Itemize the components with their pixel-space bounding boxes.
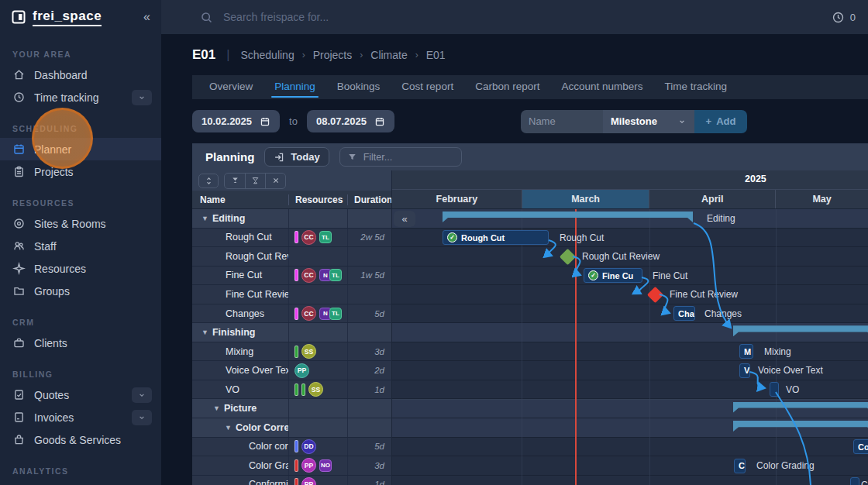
row-collapse-chevron-icon[interactable]: ▼ xyxy=(225,424,232,432)
table-row-conforming[interactable]: ConformingPP1d xyxy=(192,476,391,485)
tab-planning[interactable]: Planning xyxy=(264,75,326,98)
timer-clock-icon xyxy=(832,11,845,24)
collapse-all-button[interactable] xyxy=(225,174,245,188)
sidebar-item-quotes[interactable]: Quotes xyxy=(0,384,161,406)
gantt-filter-field[interactable] xyxy=(363,152,441,163)
row-collapse-chevron-icon[interactable]: ▼ xyxy=(202,215,208,222)
table-row-fine-cut[interactable]: Fine CutCCNTL1w 5d xyxy=(192,267,391,286)
timeline-collapse-button[interactable]: « xyxy=(394,211,415,227)
task-duration xyxy=(347,285,391,304)
task-bar-text: Col xyxy=(858,442,868,452)
sidebar-item-clients[interactable]: Clients xyxy=(0,332,161,354)
resource-color-bar xyxy=(294,459,298,472)
tab-account-numbers[interactable]: Account numbers xyxy=(550,75,653,98)
milestone-type-select[interactable]: Milestone xyxy=(603,110,694,133)
expand-chevron-button[interactable] xyxy=(132,410,152,425)
sidebar-section-scheduling: SCHEDULINGPlannerProjects xyxy=(0,119,161,183)
milestone-name-input[interactable] xyxy=(521,110,603,133)
table-row-color-grading[interactable]: Color GradingPPNO3d xyxy=(192,456,391,476)
sidebar-item-goods-services[interactable]: Goods & Services xyxy=(0,428,161,451)
table-row-picture[interactable]: ▼Picture xyxy=(192,399,391,418)
tab-carbon-report[interactable]: Carbon report xyxy=(464,75,550,98)
table-row-mixing[interactable]: MixingSS3d xyxy=(192,342,391,362)
breadcrumb-item-projects[interactable]: Projects xyxy=(313,49,353,61)
breadcrumb-separator: › xyxy=(360,50,363,60)
resource-badge-tl: TL xyxy=(319,231,332,243)
task-bar-rough-cut[interactable]: ✓Rough Cut xyxy=(443,230,549,245)
expand-collapse-rows-button[interactable] xyxy=(198,174,219,188)
tab-time-tracking[interactable]: Time tracking xyxy=(654,75,739,98)
gantt-task-label: Color Grading xyxy=(756,460,815,471)
task-bar-col[interactable]: Col xyxy=(853,439,868,454)
table-row-rough-cut[interactable]: Rough CutCCTL2w 5d xyxy=(192,229,391,248)
date-to-field[interactable]: 08.07.2025 xyxy=(307,110,394,132)
tab-bookings[interactable]: Bookings xyxy=(326,75,391,98)
sidebar-collapse-button[interactable]: « xyxy=(143,10,150,24)
timer-widget[interactable]: 0 xyxy=(832,11,856,24)
resource-color-bar xyxy=(294,231,298,243)
clear-selection-button[interactable] xyxy=(265,174,285,188)
tab-cost-report[interactable]: Cost report xyxy=(391,75,464,98)
add-milestone-button[interactable]: + Add xyxy=(694,110,747,133)
table-row-voice-over-text[interactable]: Voice Over TextPP2d xyxy=(192,361,391,380)
gantt-chart: Editing✓Rough CutRough CutRough Cut Revi… xyxy=(392,209,868,485)
task-bar-color-grading[interactable]: C xyxy=(734,459,746,473)
plus-icon: + xyxy=(706,115,712,127)
gantt-filter-input[interactable] xyxy=(339,147,462,167)
sidebar-nav: YOUR AREADashboardTime trackingSCHEDULIN… xyxy=(0,45,161,485)
timeline-month-february[interactable]: February xyxy=(392,190,522,208)
sidebar-item-utilisation[interactable]: Utilisation xyxy=(0,480,161,485)
timeline-month-april[interactable]: April xyxy=(649,190,775,208)
task-bar-conforming[interactable] xyxy=(850,477,859,485)
sidebar-item-sites-rooms[interactable]: Sites & Rooms xyxy=(0,212,161,235)
table-row-fine-cut-review[interactable]: Fine Cut Review xyxy=(192,285,391,304)
task-duration: 1w 5d xyxy=(347,267,391,285)
sidebar-item-label: Sites & Rooms xyxy=(34,218,106,230)
today-button-label: Today xyxy=(291,151,319,163)
date-from-field[interactable]: 10.02.2025 xyxy=(192,110,280,132)
resource-color-bar xyxy=(301,384,305,396)
task-name-label: Fine Cut Review xyxy=(226,289,288,300)
breadcrumb-item-climate[interactable]: Climate xyxy=(370,49,407,61)
breadcrumb-item-scheduling[interactable]: Scheduling xyxy=(240,49,294,61)
timeline-month-march[interactable]: March xyxy=(522,190,649,208)
table-row-rough-cut-review[interactable]: Rough Cut Review xyxy=(192,247,391,267)
sidebar-item-time-tracking[interactable]: Time tracking xyxy=(0,86,161,108)
table-row-vo[interactable]: VOSS1d xyxy=(192,380,391,400)
table-row-finishing[interactable]: ▼Finishing xyxy=(192,323,391,342)
task-duration: 5d xyxy=(347,438,391,456)
timer-value: 0 xyxy=(850,12,856,23)
resource-badge-tl: TL xyxy=(329,269,342,281)
sidebar-item-projects[interactable]: Projects xyxy=(0,160,161,183)
timeline-month-may[interactable]: May xyxy=(775,190,868,208)
gantt-row xyxy=(392,438,868,457)
task-bar-voice-over-text[interactable]: V xyxy=(739,363,750,378)
sidebar-item-dashboard[interactable]: Dashboard xyxy=(0,64,161,86)
task-bar-vo[interactable] xyxy=(770,382,779,397)
expand-chevron-button[interactable] xyxy=(132,90,152,105)
sidebar-item-staff[interactable]: Staff xyxy=(0,235,161,257)
today-button[interactable]: Today xyxy=(264,147,329,167)
sidebar-item-planner[interactable]: Planner xyxy=(0,138,161,160)
sidebar-item-label: Clients xyxy=(34,337,67,349)
column-header-name: Name xyxy=(192,194,288,205)
sidebar-item-groups[interactable]: Groups xyxy=(0,280,161,302)
table-row-editing[interactable]: ▼Editing xyxy=(192,209,391,229)
tab-overview[interactable]: Overview xyxy=(198,75,264,98)
table-row-color-correction[interactable]: Color correctionDD5d xyxy=(192,438,391,457)
search-input[interactable] xyxy=(223,11,611,23)
resource-color-bar xyxy=(294,346,298,358)
breadcrumb-item-e01[interactable]: E01 xyxy=(426,49,446,61)
expand-chevron-button[interactable] xyxy=(132,387,152,403)
row-collapse-chevron-icon[interactable]: ▼ xyxy=(213,404,220,412)
sidebar-item-resources[interactable]: Resources xyxy=(0,257,161,280)
task-bar-mixing[interactable]: M xyxy=(739,344,753,359)
sidebar-item-invoices[interactable]: Invoices xyxy=(0,406,161,428)
task-name: ▼Picture xyxy=(192,399,288,418)
task-bar-changes[interactable]: Cha xyxy=(673,306,695,321)
table-row-changes[interactable]: ChangesCCNTL5d xyxy=(192,304,391,324)
task-bar-fine-cut[interactable]: ✓Fine Cu xyxy=(584,268,642,283)
row-collapse-chevron-icon[interactable]: ▼ xyxy=(202,328,208,336)
expand-all-button[interactable] xyxy=(245,174,265,188)
table-row-color-correction[interactable]: ▼Color Correction xyxy=(192,418,391,438)
